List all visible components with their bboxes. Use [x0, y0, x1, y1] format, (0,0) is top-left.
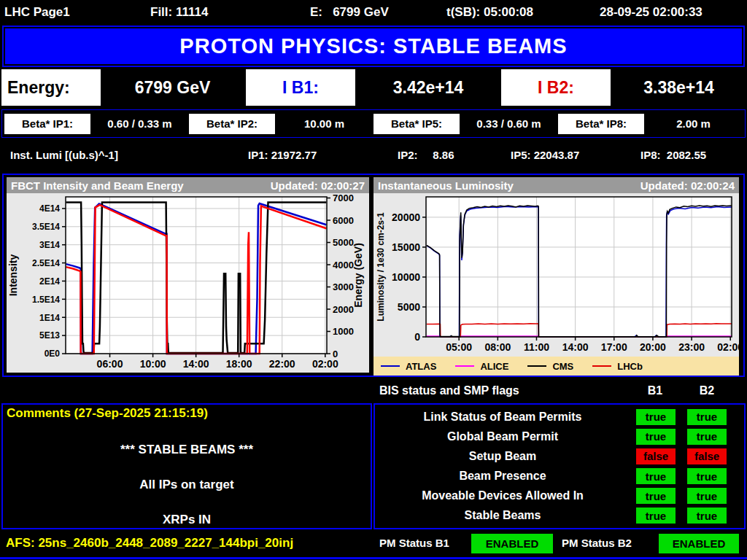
svg-text:6000: 6000 — [333, 215, 354, 226]
bis-flags-table: Link Status of Beam Permits true true Gl… — [374, 403, 746, 529]
fbct-chart-title: FBCT Intensity and Beam Energy — [11, 179, 184, 192]
bis-flag-b1: true — [636, 468, 676, 484]
fbct-chart-updated: Updated: 02:00:27 — [271, 179, 365, 192]
svg-text:14:00: 14:00 — [183, 358, 209, 370]
atlas-legend-label: ATLAS — [406, 361, 436, 372]
atlas-line-swatch — [381, 365, 400, 367]
beta-ip2-value: 10.00 m — [275, 117, 374, 130]
lhcb-line-swatch — [592, 365, 611, 367]
svg-text:10:00: 10:00 — [140, 358, 166, 370]
svg-text:18:00: 18:00 — [226, 358, 252, 370]
svg-text:4E14: 4E14 — [39, 203, 60, 214]
title-banner: PROTON PHYSICS: STABLE BEAMS — [2, 26, 745, 67]
intensity-b2-value: 3.38e+14 — [612, 69, 746, 106]
legend-item-alice: ALICE — [455, 361, 508, 372]
svg-text:06:00: 06:00 — [97, 358, 123, 370]
luminosity-chart-panel: Instantaneous Luminosity Updated: 02:00:… — [374, 177, 739, 373]
charts-section: FBCT Intensity and Beam Energy Updated: … — [2, 174, 745, 377]
fbct-chart-header: FBCT Intensity and Beam Energy Updated: … — [7, 177, 369, 193]
beta-ip1-value: 0.60 / 0.33 m — [90, 117, 189, 130]
luminosity-chart-header: Instantaneous Luminosity Updated: 02:00:… — [374, 177, 739, 193]
svg-text:4000: 4000 — [333, 260, 354, 271]
bis-title: BIS status and SMP flags — [379, 380, 519, 402]
chart-svg-1: 0500010000150002000005:0008:0011:0014:00… — [374, 193, 739, 354]
inst-lumi-ip5: IP5: 22043.87 — [511, 139, 579, 172]
bis-header-row: BIS status and SMP flags B1 B2 — [0, 380, 747, 402]
svg-text:23:00: 23:00 — [678, 341, 705, 353]
svg-text:02:00: 02:00 — [312, 358, 338, 370]
bottom-status-bar: AFS: 25ns_2460b_2448_2089_2227_144bpi_20… — [0, 530, 747, 556]
legend-item-atlas: ATLAS — [381, 361, 436, 372]
pm-status-b1-value: ENABLED — [471, 534, 553, 553]
cms-legend-label: CMS — [552, 361, 573, 372]
title-banner-inner: PROTON PHYSICS: STABLE BEAMS — [5, 28, 742, 64]
svg-text:3.5E14: 3.5E14 — [32, 222, 60, 232]
bis-col-b2: B2 — [686, 380, 727, 402]
svg-text:0E0: 0E0 — [44, 349, 61, 359]
fbct-chart-plot-area: 0E05E131E141.5E142E142.5E143E143.5E144E1… — [7, 193, 369, 376]
bis-row-label: Link Status of Beam Permits — [375, 411, 630, 424]
svg-text:2E14: 2E14 — [39, 276, 60, 287]
bis-row-link-status: Link Status of Beam Permits true true — [375, 408, 744, 427]
beta-ip5-label: Beta* IP5: — [374, 114, 460, 134]
svg-text:2000: 2000 — [333, 304, 354, 315]
svg-text:Intensity: Intensity — [7, 254, 19, 297]
bis-flag-b2: true — [687, 429, 727, 445]
bis-flag-b2: false — [687, 448, 727, 464]
alice-line-swatch — [455, 365, 474, 367]
bis-row-stable-beams: Stable Beams true true — [375, 506, 744, 525]
svg-text:15000: 15000 — [392, 241, 420, 253]
bis-row-global-permit: Global Beam Permit true true — [375, 427, 744, 446]
bis-col-b1: B1 — [635, 380, 676, 402]
beta-ip8-label: Beta* IP8: — [558, 114, 644, 134]
svg-text:5E13: 5E13 — [39, 330, 60, 341]
luminosity-chart-title: Instantaneous Luminosity — [378, 179, 514, 192]
legend-item-lhcb: LHCb — [592, 361, 643, 372]
comments-title: Comments (27-Sep-2025 21:15:19) — [7, 406, 208, 421]
bis-row-label: Moveable Devices Allowed In — [375, 489, 630, 502]
afs-scheme-label: AFS: 25ns_2460b_2448_2089_2227_144bpi_20… — [6, 530, 293, 556]
alice-legend-label: ALICE — [480, 361, 508, 372]
bis-flag-b1: false — [636, 448, 676, 464]
luminosity-legend: ATLAS ALICE CMS LHCb — [374, 357, 739, 376]
beta-ip2-label: Beta* IP2: — [189, 114, 275, 134]
legend-item-cms: CMS — [527, 361, 573, 372]
bis-flag-b2: true — [687, 468, 727, 484]
svg-text:1E14: 1E14 — [39, 313, 60, 323]
bis-row-beam-presence: Beam Presence true true — [375, 467, 744, 486]
beam-energy-top: E: 6799 GeV — [310, 0, 389, 24]
svg-text:7000: 7000 — [333, 193, 354, 203]
bis-row-setup-beam: Setup Beam false false — [375, 447, 744, 466]
datetime: 28-09-25 02:00:33 — [600, 0, 703, 24]
svg-text:22:00: 22:00 — [269, 358, 295, 370]
pm-status-b2-value: ENABLED — [659, 534, 739, 553]
comment-line-1: *** STABLE BEAMS *** — [3, 443, 371, 457]
bis-row-label: Beam Presence — [375, 470, 630, 483]
intensity-b2-label: I B2: — [501, 69, 611, 106]
beta-star-row: Beta* IP1: 0.60 / 0.33 m Beta* IP2: 10.0… — [1, 109, 746, 138]
svg-text:08:00: 08:00 — [484, 341, 511, 353]
comments-box: Comments (27-Sep-2025 21:15:19) *** STAB… — [1, 403, 372, 529]
svg-text:17:00: 17:00 — [601, 341, 627, 353]
bis-flag-b2: true — [687, 488, 727, 504]
fbct-intensity-chart-panel: FBCT Intensity and Beam Energy Updated: … — [7, 177, 369, 373]
svg-text:1000: 1000 — [333, 326, 354, 337]
bottom-blue-divider — [0, 557, 747, 559]
fill-number: Fill: 11114 — [150, 0, 208, 24]
bis-flag-b2: true — [687, 508, 727, 524]
chart-svg-0: 0E05E131E141.5E142E142.5E143E143.5E144E1… — [7, 193, 369, 373]
page-label: LHC Page1 — [4, 0, 70, 24]
energy-row: Energy: 6799 GeV I B1: 3.42e+14 I B2: 3.… — [0, 69, 747, 106]
intensity-b1-value: 3.42e+14 — [357, 69, 500, 106]
svg-text:5000: 5000 — [333, 237, 354, 248]
bis-row-label: Setup Beam — [375, 450, 630, 463]
intensity-b1-label: I B1: — [246, 69, 355, 106]
lhcb-legend-label: LHCb — [617, 361, 643, 372]
page-title: PROTON PHYSICS: STABLE BEAMS — [179, 34, 567, 58]
svg-text:20000: 20000 — [392, 211, 420, 223]
svg-text:14:00: 14:00 — [562, 341, 589, 353]
time-in-stable-beams: t(SB): 05:00:08 — [446, 0, 533, 24]
inst-lumi-ip2: IP2: 8.86 — [398, 139, 454, 172]
luminosity-chart-plot-area: 0500010000150002000005:0008:0011:0014:00… — [374, 193, 739, 357]
svg-text:05:00: 05:00 — [446, 341, 472, 353]
